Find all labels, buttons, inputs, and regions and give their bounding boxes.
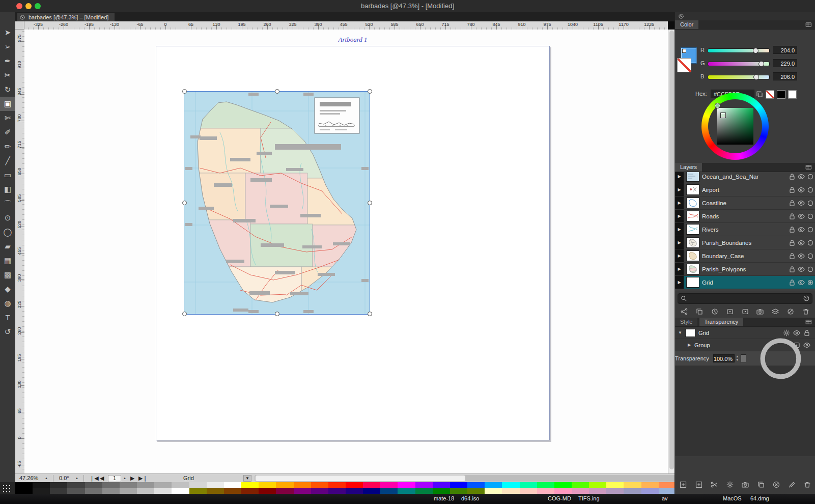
hue-ring-marker[interactable]: [715, 103, 720, 108]
palette-swatch[interactable]: [363, 482, 380, 488]
palette-swatch[interactable]: [154, 488, 172, 494]
palette-swatch[interactable]: [33, 482, 50, 488]
palette-swatch[interactable]: [311, 482, 328, 488]
palette-swatch[interactable]: [659, 482, 676, 488]
channel-value-field[interactable]: 229.0: [773, 59, 797, 67]
layer-name[interactable]: Grid: [702, 279, 788, 286]
palette-swatch[interactable]: [328, 488, 346, 494]
layer-dropdown-button[interactable]: ▼: [243, 475, 251, 482]
layer-name[interactable]: Boundary_Case: [702, 253, 788, 259]
layer-thumbnail[interactable]: [686, 250, 699, 261]
palette-swatch[interactable]: [328, 482, 346, 488]
layer-target-icon[interactable]: [806, 278, 815, 287]
palette-swatch[interactable]: [398, 482, 415, 488]
selection-handle-nw[interactable]: [182, 89, 187, 94]
layer-target-icon[interactable]: [806, 186, 815, 194]
previous-page-button[interactable]: ◀: [100, 474, 104, 482]
palette-swatch[interactable]: [276, 488, 293, 494]
palette-swatch[interactable]: [641, 488, 659, 494]
palette-swatch[interactable]: [50, 482, 67, 488]
duplicate-icon[interactable]: [757, 481, 765, 489]
layer-row[interactable]: ▶Coastline: [675, 197, 815, 210]
disclosure-right-icon[interactable]: ▶: [684, 343, 694, 347]
brush-tool[interactable]: ✐: [0, 125, 15, 139]
spiral-tool[interactable]: ↺: [0, 325, 15, 339]
share-nodes-icon[interactable]: [680, 307, 688, 316]
channel-slider-thumb[interactable]: [753, 74, 759, 80]
layer-visibility-icon[interactable]: [797, 252, 806, 260]
palette-swatch[interactable]: [537, 482, 554, 488]
selection-handle-se[interactable]: [368, 312, 372, 316]
palette-swatch[interactable]: [380, 488, 398, 494]
tab-color[interactable]: Color: [675, 20, 698, 29]
layer-row[interactable]: ▶Airport: [675, 183, 815, 197]
palette-swatch[interactable]: [450, 482, 467, 488]
palette-swatch[interactable]: [415, 482, 433, 488]
transparency-value-field[interactable]: 100.0%: [713, 354, 735, 362]
palette-swatch[interactable]: [137, 482, 154, 488]
layer-thumbnail[interactable]: [686, 264, 699, 274]
layer-visibility-icon[interactable]: [797, 173, 806, 181]
disable-icon[interactable]: [786, 307, 795, 316]
tab-transparency[interactable]: Transparency: [699, 318, 744, 326]
channel-slider[interactable]: [708, 62, 770, 66]
palette-swatch[interactable]: [624, 482, 641, 488]
layer-disclosure-icon[interactable]: ▶: [675, 197, 684, 209]
palette-swatch[interactable]: [589, 488, 606, 494]
tab-close-icon[interactable]: [19, 14, 25, 20]
palette-swatch[interactable]: [259, 488, 276, 494]
layer-target-icon[interactable]: [806, 212, 815, 220]
transparency-well[interactable]: [741, 354, 746, 363]
horizontal-scrollbar-thumb[interactable]: [256, 475, 465, 481]
minimize-window-button[interactable]: [25, 3, 32, 9]
layer-disclosure-icon[interactable]: ▶: [675, 183, 684, 196]
channel-value-field[interactable]: 204.0: [773, 46, 797, 54]
layer-name[interactable]: Parish_Boundaries: [702, 240, 788, 246]
page-number-field[interactable]: 1: [108, 475, 121, 482]
layer-disclosure-icon[interactable]: ▶: [675, 172, 684, 183]
palette-swatch[interactable]: [67, 482, 85, 488]
palette-swatch[interactable]: [207, 482, 224, 488]
layer-target-icon[interactable]: [806, 252, 815, 260]
next-page-button[interactable]: ▶: [130, 474, 134, 482]
close-window-button[interactable]: [16, 3, 22, 9]
selection-handle-n[interactable]: [275, 89, 279, 94]
settings-gear-icon[interactable]: [726, 481, 734, 489]
marquee-tool[interactable]: ▣: [0, 97, 15, 111]
cut-icon[interactable]: [710, 481, 718, 489]
layer-name[interactable]: Rivers: [702, 227, 788, 233]
palette-swatch[interactable]: [294, 482, 311, 488]
layer-target-icon[interactable]: [806, 226, 815, 234]
palette-swatch[interactable]: [346, 488, 363, 494]
panel-menu-icon[interactable]: [805, 21, 812, 28]
layer-disclosure-icon[interactable]: ▶: [675, 276, 684, 289]
palette-swatch[interactable]: [15, 488, 33, 494]
layer-lock-icon[interactable]: [788, 239, 797, 247]
channel-slider[interactable]: [708, 48, 770, 53]
layer-visibility-icon[interactable]: [797, 239, 806, 247]
layer-name[interactable]: Roads: [702, 213, 788, 219]
layer-target-icon[interactable]: [806, 265, 815, 273]
sphere-tool[interactable]: ◍: [0, 296, 15, 311]
palette-swatch[interactable]: [311, 488, 328, 494]
tab-style[interactable]: Style: [675, 318, 697, 326]
line-tool[interactable]: ╱: [0, 154, 15, 168]
arc-tool[interactable]: ⌒: [0, 197, 15, 211]
palette-swatch[interactable]: [276, 482, 293, 488]
direct-select-tool[interactable]: ➢: [0, 40, 15, 54]
panel-close-icon[interactable]: [678, 13, 684, 19]
palette-swatch[interactable]: [224, 482, 241, 488]
layer-lock-icon[interactable]: [788, 278, 797, 287]
layer-row[interactable]: ▶Rivers: [675, 223, 815, 236]
palette-swatch[interactable]: [467, 488, 485, 494]
palette-swatch[interactable]: [485, 488, 502, 494]
layer-lock-icon[interactable]: [788, 199, 797, 207]
pen-tool[interactable]: ✒: [0, 54, 15, 68]
layer-visibility-icon[interactable]: [797, 212, 806, 220]
layer-target-icon[interactable]: [806, 239, 815, 247]
vertical-scrollbar-thumb[interactable]: [669, 31, 674, 469]
layer-row[interactable]: ▶Grid: [675, 276, 815, 289]
eraser-tool[interactable]: ▰: [0, 239, 15, 254]
layer-row[interactable]: ▶Parish_Polygons: [675, 263, 815, 276]
palette-swatch[interactable]: [207, 488, 224, 494]
